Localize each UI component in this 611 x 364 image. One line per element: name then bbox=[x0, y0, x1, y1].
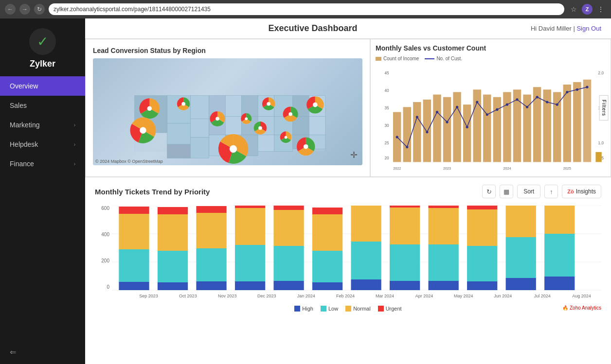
browser-chrome: ← → ↻ zylker.zohoanalyticsportal.com/pag… bbox=[0, 0, 611, 18]
chevron-down-icon: › bbox=[74, 161, 75, 167]
svg-rect-148 bbox=[467, 209, 497, 246]
svg-rect-76 bbox=[583, 80, 591, 162]
sidebar-item-overview[interactable]: Overview bbox=[0, 76, 85, 96]
svg-point-40 bbox=[288, 112, 292, 116]
sidebar-item-marketing[interactable]: Marketing › bbox=[0, 115, 85, 135]
svg-point-87 bbox=[496, 108, 498, 111]
back-button[interactable]: ← bbox=[5, 4, 16, 15]
svg-point-46 bbox=[304, 144, 308, 149]
sort-button[interactable]: Sort bbox=[517, 185, 540, 198]
filters-tab[interactable]: Filters bbox=[599, 95, 608, 121]
insights-label: Insights bbox=[576, 188, 596, 195]
svg-rect-141 bbox=[390, 206, 420, 208]
logo-check-icon: ✓ bbox=[37, 34, 48, 50]
sidebar-item-sales[interactable]: Sales bbox=[0, 96, 85, 115]
svg-rect-110 bbox=[119, 282, 149, 290]
svg-rect-138 bbox=[390, 281, 420, 290]
insights-button[interactable]: Zö Insights bbox=[562, 185, 601, 198]
svg-rect-116 bbox=[158, 214, 188, 251]
svg-point-30 bbox=[140, 127, 146, 134]
svg-point-36 bbox=[245, 118, 248, 121]
browser-actions: ☆ Z ⋮ bbox=[568, 4, 606, 15]
svg-text:1.0: 1.0 bbox=[598, 141, 604, 146]
svg-point-80 bbox=[426, 131, 428, 134]
svg-rect-113 bbox=[119, 207, 149, 214]
svg-rect-68 bbox=[503, 92, 511, 162]
svg-text:2.0: 2.0 bbox=[598, 71, 604, 76]
svg-point-88 bbox=[506, 104, 508, 106]
svg-rect-67 bbox=[493, 97, 501, 162]
svg-text:30: 30 bbox=[385, 124, 390, 128]
svg-point-91 bbox=[536, 96, 539, 99]
svg-rect-75 bbox=[573, 82, 581, 162]
svg-text:25: 25 bbox=[385, 141, 390, 146]
forward-button[interactable]: → bbox=[19, 4, 30, 15]
sidebar-item-label: Finance bbox=[10, 160, 34, 168]
export-button[interactable]: ↑ bbox=[544, 185, 558, 198]
chart-type-button[interactable]: ▦ bbox=[500, 185, 513, 198]
svg-point-32 bbox=[181, 102, 185, 106]
svg-rect-152 bbox=[506, 206, 536, 237]
svg-rect-156 bbox=[544, 206, 575, 234]
sidebar-item-label: Helpdesk bbox=[10, 140, 38, 148]
sign-out-link[interactable]: Sign Out bbox=[576, 25, 601, 32]
map-crosshair-icon: ✛ bbox=[350, 150, 358, 160]
map-copyright: © 2024 Mapbox © OpenStreetMap bbox=[95, 159, 163, 164]
svg-rect-18 bbox=[309, 117, 325, 135]
svg-point-50 bbox=[258, 126, 262, 130]
logo-text: Zylker bbox=[30, 59, 55, 69]
svg-text:45: 45 bbox=[385, 71, 390, 76]
x-axis-labels: Sep 2023 Oct 2023 Nov 2023 Dec 2023 Jan … bbox=[112, 294, 601, 298]
svg-rect-130 bbox=[312, 282, 342, 290]
bookmark-button[interactable]: ☆ bbox=[568, 4, 579, 15]
y-axis: 600 400 200 0 bbox=[95, 206, 112, 300]
svg-rect-155 bbox=[544, 234, 575, 277]
svg-point-94 bbox=[566, 91, 568, 93]
svg-rect-133 bbox=[312, 208, 342, 214]
x-label: Jun 2024 bbox=[483, 294, 522, 298]
svg-point-82 bbox=[446, 121, 448, 123]
svg-point-77 bbox=[396, 136, 398, 139]
x-label: Sep 2023 bbox=[129, 294, 168, 298]
svg-rect-5 bbox=[242, 96, 258, 117]
refresh-button[interactable]: ↻ bbox=[34, 4, 45, 15]
svg-rect-123 bbox=[235, 245, 265, 281]
chart-footer: High Low Normal bbox=[95, 303, 601, 312]
analytics-watermark: 🔥 Zoho Analytics bbox=[402, 303, 601, 312]
svg-rect-126 bbox=[273, 281, 304, 290]
legend-low: Low bbox=[321, 306, 338, 312]
legend-color-line bbox=[425, 58, 434, 59]
sidebar-footer[interactable]: ⇐ bbox=[0, 340, 85, 364]
svg-rect-147 bbox=[467, 246, 497, 281]
x-label: Oct 2023 bbox=[168, 294, 208, 298]
svg-rect-145 bbox=[429, 206, 459, 208]
svg-rect-129 bbox=[273, 206, 304, 210]
sidebar-item-helpdesk[interactable]: Helpdesk › bbox=[0, 135, 85, 154]
svg-rect-2 bbox=[190, 96, 209, 119]
svg-rect-136 bbox=[351, 206, 381, 242]
sales-chart-container: 45 40 35 30 25 20 bbox=[376, 64, 606, 175]
bar-chart-area: 600 400 200 0 bbox=[95, 206, 601, 300]
chevron-down-icon: › bbox=[74, 142, 75, 147]
svg-rect-124 bbox=[235, 208, 265, 245]
bottom-chart-actions: ↻ ▦ Sort ↑ Zö Insights bbox=[482, 185, 601, 198]
x-label: Feb 2024 bbox=[326, 294, 365, 298]
svg-rect-139 bbox=[390, 244, 420, 281]
refresh-button[interactable]: ↻ bbox=[482, 185, 496, 198]
legend-normal-color bbox=[345, 306, 351, 312]
address-bar[interactable]: zylker.zohoanalyticsportal.com/page/1811… bbox=[49, 3, 564, 15]
svg-rect-125 bbox=[235, 206, 265, 208]
svg-rect-119 bbox=[196, 248, 226, 281]
svg-rect-105 bbox=[595, 152, 601, 162]
svg-point-85 bbox=[476, 101, 478, 104]
sidebar-logo: ✓ Zylker bbox=[0, 18, 85, 76]
svg-rect-117 bbox=[158, 207, 188, 214]
monthly-tickets-panel: Monthly Tickets Trend by Priority ↻ ▦ So… bbox=[85, 177, 611, 364]
svg-rect-61 bbox=[433, 95, 441, 162]
svg-text:40: 40 bbox=[385, 89, 390, 93]
sidebar-item-finance[interactable]: Finance › bbox=[0, 154, 85, 173]
menu-button[interactable]: ⋮ bbox=[595, 4, 606, 15]
profile-button[interactable]: Z bbox=[582, 4, 593, 15]
collapse-icon: ⇐ bbox=[10, 348, 16, 356]
svg-rect-142 bbox=[429, 281, 459, 290]
